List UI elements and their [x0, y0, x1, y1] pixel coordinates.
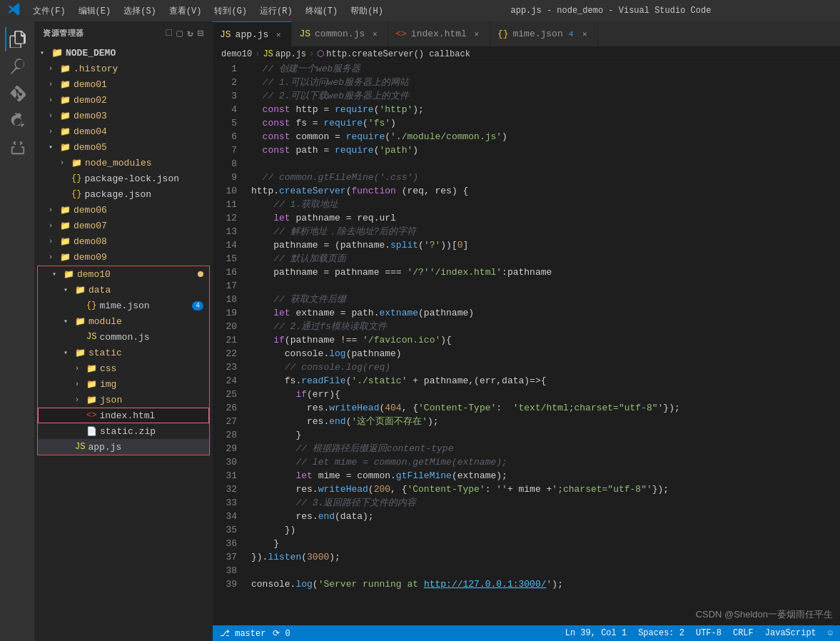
code-line-24: 24 fs.readFile('./static' + pathname,(er…	[213, 374, 840, 388]
tree-item-img[interactable]: › 📁 img	[38, 376, 209, 392]
code-editor[interactable]: 1 // 创建一个web服务器 2 // 1.可以访问web服务器上的网站 3 …	[213, 62, 840, 625]
activity-bar	[0, 21, 34, 641]
code-line-26: 26 res.writeHead(404, {'Content-Type': '…	[213, 401, 840, 415]
tree-item-index-html[interactable]: › <> index.html	[38, 408, 209, 423]
js-tab-icon2: JS	[299, 29, 310, 39]
sidebar-header-icons[interactable]: □ ▢ ↻ ⊟	[166, 27, 204, 39]
code-line-35: 35 })	[213, 523, 840, 537]
encoding[interactable]: UTF-8	[696, 628, 722, 638]
code-line-22: 22 console.log(pathname)	[213, 347, 840, 360]
bc-js-icon: JS	[263, 49, 273, 59]
menu-view[interactable]: 查看(V)	[163, 4, 208, 19]
code-line-13: 13 // 解析地址，除去地址?后的字符	[213, 225, 840, 238]
smiley[interactable]: ☺	[828, 628, 833, 638]
bc-demo10[interactable]: demo10	[221, 49, 252, 59]
menu-run[interactable]: 运行(R)	[254, 4, 298, 19]
tab-mime-json[interactable]: {} mime.json 4 ✕	[490, 21, 598, 46]
html-tab-icon: <>	[395, 29, 407, 39]
tree-item-data[interactable]: ▾ 📁 data	[38, 282, 209, 298]
sidebar-title: 资源管理器	[43, 28, 84, 39]
sidebar-header: 资源管理器 □ ▢ ↻ ⊟	[34, 21, 213, 45]
code-line-28: 28 }	[213, 428, 840, 442]
tree-item-demo01[interactable]: › 📁 demo01	[34, 76, 213, 92]
tree-item-demo07[interactable]: › 📁 demo07	[34, 218, 213, 233]
bc-appjs[interactable]: JSapp.js	[263, 49, 306, 59]
tab-mime-json-close[interactable]: ✕	[579, 29, 590, 40]
tree-item-json-folder[interactable]: › 📁 json	[38, 392, 209, 408]
code-line-33: 33 // 3.返回路径下文件的内容	[213, 496, 840, 510]
code-line-7: 7 const path = require('path')	[213, 143, 840, 157]
tree-root[interactable]: ▾ 📁 NODE_DEMO	[34, 45, 213, 61]
tab-index-html[interactable]: <> index.html ✕	[388, 21, 490, 46]
bc-callback[interactable]: ⬡http.createServer() callback	[317, 49, 470, 59]
code-line-34: 34 res.end(data);	[213, 510, 840, 523]
language[interactable]: JavaScript	[765, 628, 816, 638]
tree-item-demo05[interactable]: ▾ 📁 demo05	[34, 139, 213, 155]
tree-item-demo08[interactable]: › 📁 demo08	[34, 233, 213, 249]
tab-app-js-close[interactable]: ✕	[273, 29, 284, 40]
tree-item-demo10[interactable]: ▾ 📁 demo10	[38, 266, 209, 282]
tree-item-common-js[interactable]: › JS common.js	[38, 329, 209, 345]
code-line-9: 9 // common.gtFileMine('.css')	[213, 171, 840, 184]
tree-item-app-js[interactable]: › JS app.js	[38, 439, 209, 455]
bc-func-icon: ⬡	[317, 49, 324, 59]
sidebar: 资源管理器 □ ▢ ↻ ⊟ ▾ 📁 NODE_DEMO › 📁 .history	[34, 21, 213, 641]
code-line-27: 27 res.end('这个页面不存在');	[213, 415, 840, 428]
tab-common-js-close[interactable]: ✕	[369, 29, 380, 40]
status-right: Ln 39, Col 1 Spaces: 2 UTF-8 CRLF JavaSc…	[565, 628, 833, 638]
tree-item-demo09[interactable]: › 📁 demo09	[34, 249, 213, 265]
js-tab-icon: JS	[220, 29, 231, 40]
search-activity-icon[interactable]	[5, 54, 29, 79]
code-line-30: 30 // let mime = common.getMime(extname)…	[213, 455, 840, 469]
code-line-20: 20 // 2.通过fs模块读取文件	[213, 320, 840, 333]
debug-icon[interactable]	[5, 108, 29, 133]
menu-goto[interactable]: 转到(G)	[208, 4, 253, 19]
tree-item-static-zip[interactable]: › 📄 static.zip	[38, 423, 209, 439]
tree-item-demo06[interactable]: › 📁 demo06	[34, 202, 213, 218]
tabs-bar[interactable]: JS app.js ✕ JS common.js ✕ <> index.html…	[213, 21, 840, 46]
tree-item-static[interactable]: ▾ 📁 static	[38, 345, 209, 360]
code-line-31: 31 let mime = common.gtFileMine(extname)…	[213, 469, 840, 483]
tree-item-node-modules[interactable]: › 📁 node_modules	[34, 155, 213, 171]
eol[interactable]: CRLF	[733, 628, 754, 638]
code-line-14: 14 pathname = (pathname.split('?'))[0]	[213, 238, 840, 252]
tree-item-demo04[interactable]: › 📁 demo04	[34, 123, 213, 139]
status-bar: ⎇ master ⟳ 0 Ln 39, Col 1 Spaces: 2 UTF-…	[213, 625, 840, 641]
code-line-23: 23 // console.log(req)	[213, 360, 840, 374]
code-line-29: 29 // 根据路径后缀返回content-type	[213, 442, 840, 455]
tree-item-demo03[interactable]: › 📁 demo03	[34, 108, 213, 123]
code-line-32: 32 res.writeHead(200, {'Content-Type': '…	[213, 483, 840, 496]
json-tab-icon: {}	[497, 29, 509, 39]
code-line-36: 36 }	[213, 537, 840, 550]
tab-index-html-close[interactable]: ✕	[471, 29, 482, 40]
code-line-18: 18 // 获取文件后缀	[213, 293, 840, 306]
tab-common-js[interactable]: JS common.js ✕	[292, 21, 388, 46]
tab-app-js[interactable]: JS app.js ✕	[213, 21, 292, 46]
menu-help[interactable]: 帮助(H)	[345, 4, 389, 19]
tree-item-demo02[interactable]: › 📁 demo02	[34, 92, 213, 108]
menu-terminal[interactable]: 终端(T)	[300, 4, 344, 19]
tree-item-module[interactable]: ▾ 📁 module	[38, 313, 209, 329]
menu-items[interactable]: 文件(F) 编辑(E) 选择(S) 查看(V) 转到(G) 运行(R) 终端(T…	[27, 4, 389, 19]
tree-item-css[interactable]: › 📁 css	[38, 360, 209, 376]
file-tree: ▾ 📁 NODE_DEMO › 📁 .history › 📁 demo01 › …	[34, 45, 213, 641]
tree-item-package-json[interactable]: › {} package.json	[34, 186, 213, 202]
menu-select[interactable]: 选择(S)	[118, 4, 162, 19]
new-file-icon[interactable]: □	[166, 27, 172, 39]
menu-edit[interactable]: 编辑(E)	[73, 4, 117, 19]
editor-area[interactable]: 1 // 创建一个web服务器 2 // 1.可以访问web服务器上的网站 3 …	[213, 62, 840, 625]
new-folder-icon[interactable]: ▢	[176, 27, 183, 39]
tree-item-history[interactable]: › 📁 .history	[34, 61, 213, 76]
git-icon[interactable]	[5, 81, 29, 106]
sync-icon[interactable]: ⟳ 0	[273, 628, 290, 639]
menu-file[interactable]: 文件(F)	[27, 4, 71, 19]
spaces[interactable]: Spaces: 2	[638, 628, 684, 638]
extensions-icon[interactable]	[5, 136, 29, 160]
explorer-icon[interactable]	[5, 27, 29, 51]
collapse-icon[interactable]: ⊟	[198, 27, 204, 39]
tree-item-mime-json[interactable]: › {} mime.json 4	[38, 298, 209, 313]
refresh-icon[interactable]: ↻	[187, 27, 193, 39]
tree-item-package-lock[interactable]: › {} package-lock.json	[34, 171, 213, 186]
title-left: 文件(F) 编辑(E) 选择(S) 查看(V) 转到(G) 运行(R) 终端(T…	[7, 2, 389, 20]
git-branch[interactable]: ⎇ master	[220, 628, 265, 639]
